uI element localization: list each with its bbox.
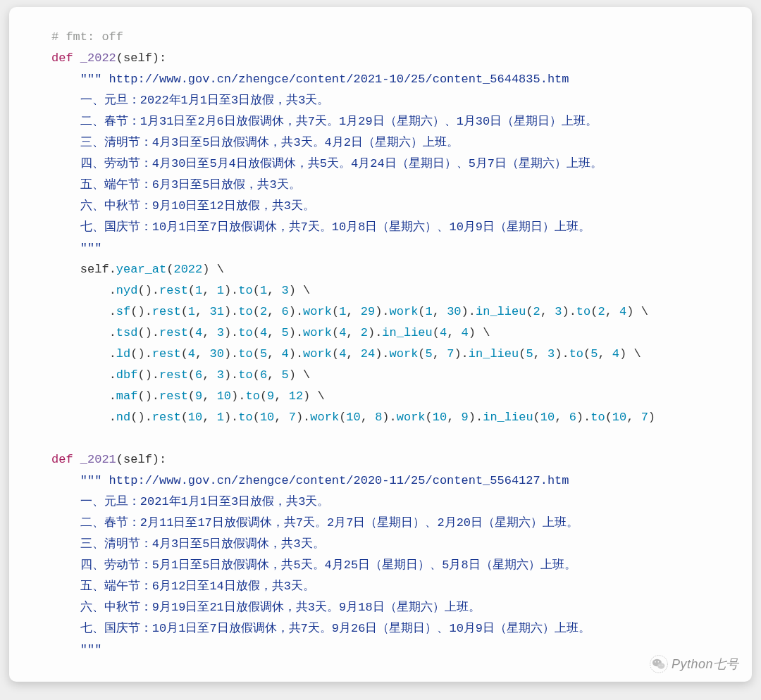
code-block: # fmt: off def _2022(self): """ http://w… [9,27,752,661]
svg-point-2 [657,663,664,668]
svg-point-6 [662,665,662,665]
svg-point-4 [657,661,659,663]
svg-point-3 [655,661,656,663]
code-card: # fmt: off def _2022(self): """ http://w… [9,7,752,682]
svg-point-5 [660,665,660,665]
